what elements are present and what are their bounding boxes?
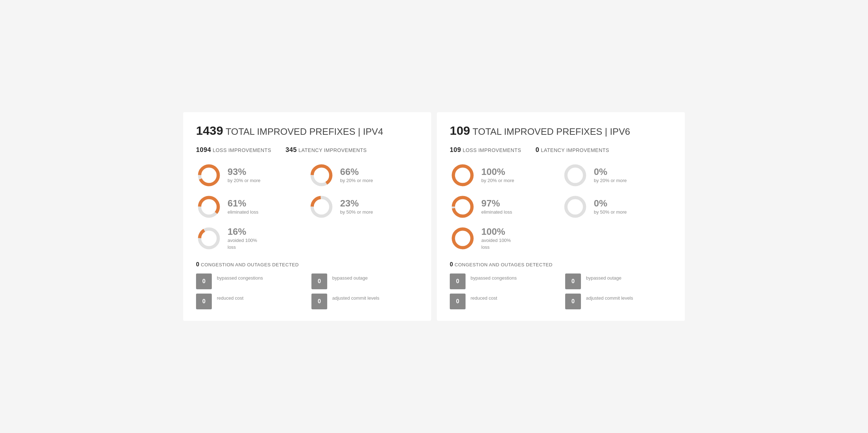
stat-item-2: 0 reduced cost <box>196 294 303 309</box>
stat-badge-0: 0 <box>450 273 466 289</box>
donut-stat-latency-1: 23% by 50% or more <box>340 198 373 215</box>
donut-chart-latency-0 <box>562 162 588 188</box>
donut-item-loss-2: 16% avoided 100% loss <box>196 225 306 251</box>
stat-label-3: adjusted commit levels <box>332 295 380 301</box>
donut-stat-loss-0: 93% by 20% or more <box>228 166 261 184</box>
stat-label-2: reduced cost <box>217 295 243 301</box>
panel-title-ipv6: 109 TOTAL IMPROVED PREFIXES | IPV6 <box>450 124 672 138</box>
stat-item-3: 0 adjusted commit levels <box>311 294 418 309</box>
loss-improvement-label: 109 LOSS IMPROVEMENTS <box>450 146 521 154</box>
svg-point-15 <box>453 198 472 216</box>
donut-stat-latency-1: 0% by 50% or more <box>594 198 627 215</box>
panel-ipv4: 1439 TOTAL IMPROVED PREFIXES | IPV4 1094… <box>183 112 431 321</box>
stat-item-3: 0 adjusted commit levels <box>565 294 672 309</box>
donut-chart-loss-1 <box>196 194 222 220</box>
stat-item-1: 0 bypassed outage <box>565 273 672 289</box>
donut-chart-loss-2 <box>196 225 222 251</box>
donut-item-loss-0: 100% by 20% or more <box>450 162 559 188</box>
stat-badge-2: 0 <box>196 294 212 309</box>
stat-item-2: 0 reduced cost <box>450 294 557 309</box>
congestion-title-ipv6: 0 CONGESTION AND OUTAGES DETECTED <box>450 261 672 268</box>
donut-item-latency-0: 0% by 20% or more <box>562 162 672 188</box>
stat-label-1: bypassed outage <box>332 275 368 281</box>
donut-grid-ipv4: 93% by 20% or more 66% by 20% or more 61… <box>196 162 418 251</box>
donut-chart-loss-0 <box>196 162 222 188</box>
stat-item-1: 0 bypassed outage <box>311 273 418 289</box>
stat-label-0: bypassed congestions <box>471 275 517 281</box>
svg-point-12 <box>566 166 585 185</box>
donut-chart-latency-1 <box>562 194 588 220</box>
donut-item-loss-1: 97% eliminated loss <box>450 194 559 220</box>
donut-stat-loss-1: 61% eliminated loss <box>228 198 258 215</box>
improvements-header-ipv4: 1094 LOSS IMPROVEMENTS 345 LATENCY IMPRO… <box>196 146 418 154</box>
donut-item-loss-2: 100% avoided 100% loss <box>450 225 559 251</box>
loss-improvement-label: 1094 LOSS IMPROVEMENTS <box>196 146 271 154</box>
stats-grid-ipv6: 0 bypassed congestions 0 bypassed outage… <box>450 273 672 309</box>
stat-item-0: 0 bypassed congestions <box>196 273 303 289</box>
donut-chart-loss-2 <box>450 225 476 251</box>
panel-ipv6: 109 TOTAL IMPROVED PREFIXES | IPV6 109 L… <box>437 112 685 321</box>
improvements-header-ipv6: 109 LOSS IMPROVEMENTS 0 LATENCY IMPROVEM… <box>450 146 672 154</box>
donut-item-latency-1: 23% by 50% or more <box>309 194 418 220</box>
stat-label-1: bypassed outage <box>586 275 621 281</box>
stat-badge-1: 0 <box>311 273 327 289</box>
donut-chart-loss-0 <box>450 162 476 188</box>
donut-stat-latency-0: 0% by 20% or more <box>594 166 627 184</box>
donut-stat-loss-1: 97% eliminated loss <box>481 198 512 215</box>
stat-badge-2: 0 <box>450 294 466 309</box>
stat-label-2: reduced cost <box>471 295 497 301</box>
donut-item-latency-0: 66% by 20% or more <box>309 162 418 188</box>
stat-item-0: 0 bypassed congestions <box>450 273 557 289</box>
donut-item-latency-1: 0% by 50% or more <box>562 194 672 220</box>
svg-point-16 <box>566 198 585 216</box>
congestion-title-ipv4: 0 CONGESTION AND OUTAGES DETECTED <box>196 261 418 268</box>
svg-point-1 <box>200 166 218 185</box>
donut-chart-latency-0 <box>309 162 334 188</box>
stat-badge-3: 0 <box>565 294 581 309</box>
stat-badge-0: 0 <box>196 273 212 289</box>
svg-point-11 <box>453 166 472 185</box>
donut-chart-latency-1 <box>309 194 334 220</box>
stat-label-0: bypassed congestions <box>217 275 263 281</box>
donut-stat-latency-0: 66% by 20% or more <box>340 166 373 184</box>
donut-grid-ipv6: 100% by 20% or more 0% by 20% or more 97… <box>450 162 672 251</box>
donut-stat-loss-2: 100% avoided 100% loss <box>481 226 517 250</box>
donut-chart-loss-1 <box>450 194 476 220</box>
donut-stat-loss-2: 16% avoided 100% loss <box>228 226 263 250</box>
stat-badge-1: 0 <box>565 273 581 289</box>
panel-title-ipv4: 1439 TOTAL IMPROVED PREFIXES | IPV4 <box>196 124 418 138</box>
donut-stat-loss-0: 100% by 20% or more <box>481 166 514 184</box>
stats-grid-ipv4: 0 bypassed congestions 0 bypassed outage… <box>196 273 418 309</box>
stat-label-3: adjusted commit levels <box>586 295 633 301</box>
stat-badge-3: 0 <box>311 294 327 309</box>
donut-item-loss-0: 93% by 20% or more <box>196 162 306 188</box>
svg-point-19 <box>453 229 472 248</box>
latency-improvement-label: 0 LATENCY IMPROVEMENTS <box>535 146 609 154</box>
dashboard: 1439 TOTAL IMPROVED PREFIXES | IPV4 1094… <box>183 112 685 321</box>
donut-item-loss-1: 61% eliminated loss <box>196 194 306 220</box>
latency-improvement-label: 345 LATENCY IMPROVEMENTS <box>286 146 367 154</box>
